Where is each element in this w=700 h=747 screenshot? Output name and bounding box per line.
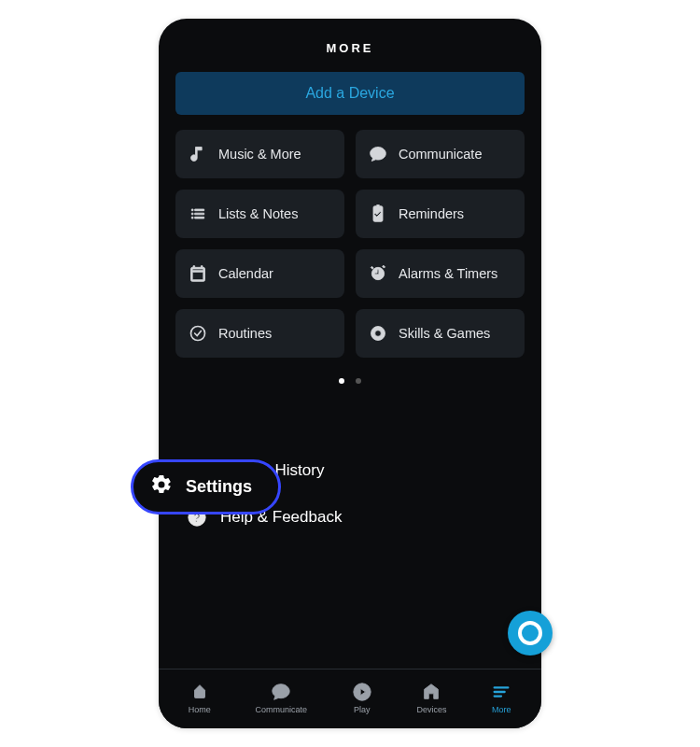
nav-home[interactable]: Home bbox=[189, 682, 211, 714]
home-icon bbox=[189, 682, 210, 702]
nav-label: Home bbox=[189, 705, 211, 714]
tile-communicate[interactable]: Communicate bbox=[356, 130, 525, 178]
list-icon bbox=[189, 204, 207, 223]
page-indicator bbox=[175, 371, 525, 388]
chat-bubble-icon bbox=[271, 682, 291, 702]
chat-bubble-icon bbox=[369, 145, 387, 163]
tile-reminders[interactable]: Reminders bbox=[356, 190, 525, 238]
clipboard-check-icon bbox=[369, 204, 387, 223]
tile-label: Routines bbox=[218, 326, 272, 341]
tile-label: Reminders bbox=[399, 206, 464, 221]
tile-alarms-timers[interactable]: Alarms & Timers bbox=[356, 249, 525, 298]
devices-icon bbox=[421, 682, 441, 702]
alexa-ring-icon bbox=[518, 621, 542, 645]
nav-label: More bbox=[492, 705, 511, 714]
nav-label: Communicate bbox=[256, 705, 308, 714]
tile-calendar[interactable]: Calendar bbox=[175, 249, 344, 298]
svg-point-2 bbox=[375, 331, 382, 337]
tile-label: Skills & Games bbox=[399, 326, 490, 341]
calendar-icon bbox=[189, 264, 207, 283]
nav-label: Play bbox=[354, 705, 371, 714]
tile-music-and-more[interactable]: Music & More bbox=[175, 130, 344, 178]
dot-active bbox=[339, 378, 344, 384]
tile-label: Alarms & Timers bbox=[399, 266, 497, 281]
settings-placeholder bbox=[181, 397, 525, 447]
nav-communicate[interactable]: Communicate bbox=[256, 682, 308, 714]
bottom-nav: Home Communicate Play Devices More bbox=[159, 669, 541, 728]
page-title: MORE bbox=[175, 35, 525, 72]
tile-label: Lists & Notes bbox=[218, 206, 298, 221]
tile-label: Communicate bbox=[399, 147, 482, 162]
add-device-label: Add a Device bbox=[305, 85, 394, 101]
tile-label: Music & More bbox=[218, 147, 301, 162]
music-note-icon bbox=[189, 145, 207, 163]
list-item-settings[interactable]: Settings bbox=[131, 459, 281, 514]
alarm-clock-icon bbox=[369, 264, 387, 283]
dot-inactive bbox=[356, 378, 361, 384]
cycle-check-icon bbox=[189, 324, 207, 343]
tile-label: Calendar bbox=[218, 266, 273, 281]
play-icon bbox=[352, 682, 372, 702]
phone-frame: MORE Add a Device Music & More Communica… bbox=[159, 19, 541, 728]
nav-play[interactable]: Play bbox=[352, 682, 372, 714]
svg-point-0 bbox=[191, 327, 205, 341]
feature-grid: Music & More Communicate Lists & Notes R… bbox=[175, 130, 525, 358]
gear-icon bbox=[150, 473, 173, 500]
nav-more[interactable]: More bbox=[491, 682, 511, 714]
skills-icon bbox=[369, 324, 387, 343]
add-device-button[interactable]: Add a Device bbox=[175, 72, 525, 115]
nav-label: Devices bbox=[416, 705, 446, 714]
tile-skills-games[interactable]: Skills & Games bbox=[356, 309, 525, 358]
list-item-label: Settings bbox=[186, 477, 252, 497]
nav-devices[interactable]: Devices bbox=[416, 682, 446, 714]
alexa-fab[interactable] bbox=[508, 611, 553, 655]
menu-lines-icon bbox=[491, 682, 511, 702]
tile-lists-notes[interactable]: Lists & Notes bbox=[175, 190, 344, 238]
tile-routines[interactable]: Routines bbox=[175, 309, 344, 358]
